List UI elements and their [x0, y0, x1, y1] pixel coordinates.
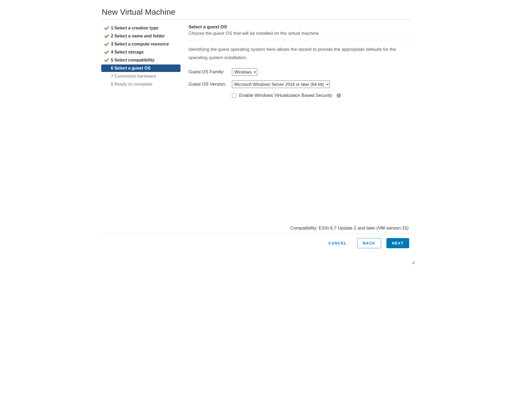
step-storage[interactable]: 4 Select storage [101, 48, 180, 56]
cancel-button[interactable]: CANCEL [323, 238, 352, 248]
svg-rect-2 [338, 95, 339, 97]
checkmark-icon [104, 58, 109, 62]
step-name-folder[interactable]: 2 Select a name and folder [101, 32, 180, 40]
checkmark-icon [104, 50, 109, 54]
step-compute-resource[interactable]: 3 Select a compute resource [101, 40, 180, 48]
step-label: Select a compute resource [114, 42, 169, 47]
checkmark-icon [104, 42, 109, 46]
step-ready-complete[interactable]: 8 Ready to complete [101, 81, 180, 88]
guest-os-family-row: Guest OS Family: Windows [189, 68, 411, 76]
panel-divider [189, 40, 411, 40]
panel-subtitle: Choose the guest OS that will be install… [189, 31, 411, 36]
step-number: 5 [111, 58, 113, 63]
guest-os-version-select[interactable]: Microsoft Windows Server 2016 or later (… [232, 81, 330, 88]
step-number: 4 [111, 50, 113, 55]
panel-title: Select a guest OS [189, 24, 411, 30]
new-vm-dialog: New Virtual Machine 1 Select a creation … [96, 0, 416, 265]
step-compatibility[interactable]: 5 Select compatibility [101, 56, 180, 64]
step-number: 2 [111, 34, 113, 39]
dialog-body: 1 Select a creation type 2 Select a name… [101, 24, 411, 233]
step-guest-os[interactable]: 6 Select a guest OS [101, 64, 180, 72]
step-label: Select storage [114, 50, 144, 55]
guest-os-family-label: Guest OS Family: [189, 69, 232, 75]
step-label: Select a name and folder [114, 34, 165, 39]
title-divider [101, 19, 411, 20]
vbs-row: Enable Windows Virtualization Based Secu… [232, 93, 411, 98]
step-label: Select compatibility [114, 58, 155, 63]
vbs-label: Enable Windows Virtualization Based Secu… [239, 93, 332, 98]
guest-os-family-select[interactable]: Windows [232, 68, 257, 76]
step-label: Ready to complete [114, 82, 152, 87]
step-label: Select a guest OS [114, 66, 150, 71]
step-customize-hardware[interactable]: 7 Customize hardware [101, 72, 180, 80]
compatibility-text: Compatibility: ESXi 6.7 Update 2 and lat… [290, 226, 409, 231]
guest-os-version-label: Guest OS Version: [189, 82, 232, 87]
vbs-checkbox[interactable] [232, 93, 236, 98]
step-creation-type[interactable]: 1 Select a creation type [101, 24, 180, 32]
step-label: Customize hardware [114, 74, 156, 79]
resize-handle-icon[interactable] [411, 261, 415, 264]
svg-point-1 [338, 94, 339, 95]
wizard-steps-sidebar: 1 Select a creation type 2 Select a name… [101, 24, 180, 89]
step-label: Select a creation type [114, 26, 159, 30]
step-number: 6 [111, 66, 113, 71]
checkmark-icon [104, 26, 109, 30]
step-number: 8 [111, 82, 113, 87]
step-number: 1 [111, 26, 113, 30]
step-number: 7 [111, 74, 113, 79]
dialog-footer: CANCEL BACK NEXT [101, 238, 411, 248]
guest-os-version-row: Guest OS Version: Microsoft Windows Serv… [189, 81, 411, 88]
footer-divider [101, 233, 411, 233]
next-button[interactable]: NEXT [386, 238, 409, 248]
main-panel: Select a guest OS Choose the guest OS th… [180, 24, 411, 233]
checkmark-icon [104, 34, 109, 38]
back-button[interactable]: BACK [357, 238, 381, 248]
dialog-title: New Virtual Machine [101, 7, 411, 17]
panel-description: Identifying the guest operating system h… [189, 45, 411, 62]
step-number: 3 [111, 42, 113, 47]
info-icon[interactable] [336, 93, 341, 98]
